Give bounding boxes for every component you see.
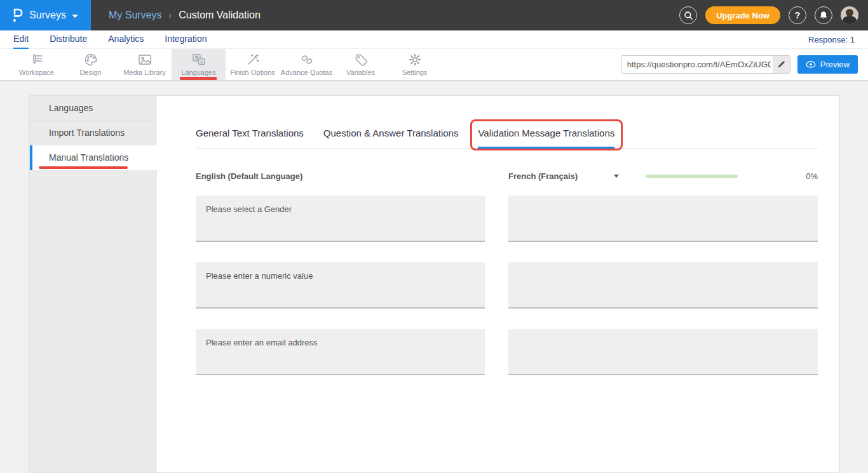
target-language-select[interactable]: French (Français): [508, 171, 578, 181]
media-library-icon: [137, 53, 153, 67]
breadcrumb-my-surveys[interactable]: My Surveys: [109, 10, 162, 21]
toolbar-item-design[interactable]: Design: [64, 49, 118, 80]
help-icon: ?: [795, 10, 801, 20]
language-columns-header: English (Default Language) French (Franç…: [196, 170, 818, 182]
manual-translations-content: General Text Translations Question & Ans…: [157, 96, 839, 472]
toolbar-right: Preview: [621, 49, 868, 80]
preview-button[interactable]: Preview: [797, 55, 858, 74]
toolbar-item-media-library[interactable]: Media Library: [118, 49, 172, 80]
top-bar: Surveys My Surveys › Custom Validation U…: [0, 0, 868, 30]
target-input-numeric[interactable]: [508, 262, 818, 309]
search-button[interactable]: [679, 6, 697, 24]
chevron-down-icon: [72, 15, 78, 18]
target-input-gender[interactable]: [508, 196, 818, 242]
survey-url-input[interactable]: [621, 55, 790, 74]
languages-sidebar: Languages Import Translations Manual Tra…: [30, 96, 157, 472]
translation-tabs: General Text Translations Question & Ans…: [196, 128, 818, 149]
upgrade-now-button[interactable]: Upgrade Now: [705, 6, 780, 24]
search-icon: [684, 11, 693, 20]
sidebar-item-import-translations[interactable]: Import Translations: [30, 121, 157, 145]
source-language-label: English (Default Language): [196, 171, 302, 181]
translation-row: Please select a Gender: [196, 196, 818, 242]
workspace-icon: [29, 53, 44, 67]
tab-question-answer-translations[interactable]: Question & Answer Translations: [323, 128, 459, 148]
advance-quotas-link-icon: [300, 53, 314, 67]
chevron-down-icon[interactable]: [614, 175, 619, 178]
source-text-numeric: Please enter a numeric value: [196, 262, 485, 309]
translation-progress-percent: 0%: [806, 171, 818, 181]
tab-integration[interactable]: Integration: [165, 30, 207, 49]
response-count[interactable]: Response: 1: [808, 35, 855, 44]
variables-tag-icon: [354, 53, 368, 67]
tab-distribute[interactable]: Distribute: [50, 30, 87, 49]
source-text-email: Please enter an email address: [196, 329, 485, 375]
edit-url-button[interactable]: [773, 56, 790, 73]
avatar[interactable]: [841, 6, 858, 24]
toolbar-item-workspace[interactable]: Workspace: [10, 49, 64, 80]
edit-toolbar: Workspace Design Media Library A: [0, 49, 868, 81]
toolbar-item-advance-quotas[interactable]: Advance Quotas: [280, 49, 334, 80]
tab-edit[interactable]: Edit: [13, 30, 29, 49]
notifications-button[interactable]: [815, 6, 832, 24]
annotation-underline-manual-translations: [39, 166, 128, 169]
toolbar-item-finish-options[interactable]: Finish Options: [226, 49, 280, 80]
svg-text:A: A: [200, 59, 203, 65]
topbar-actions: Upgrade Now ?: [679, 6, 868, 24]
eye-icon: [806, 61, 816, 68]
tab-general-text-translations[interactable]: General Text Translations: [196, 128, 304, 148]
translation-progress-bar: [646, 175, 738, 178]
toolbar-item-languages[interactable]: A Languages: [172, 49, 226, 80]
annotation-underline-languages: [180, 77, 217, 80]
toolbar-item-variables[interactable]: Variables: [334, 49, 388, 80]
tab-validation-message-translations[interactable]: Validation Message Translations: [478, 128, 614, 149]
bell-icon: [819, 11, 828, 20]
product-name: Surveys: [29, 10, 66, 21]
source-text-gender: Please select a Gender: [196, 196, 485, 242]
design-palette-icon: [84, 53, 98, 67]
page-background: Languages Import Translations Manual Tra…: [0, 81, 868, 472]
languages-icon: A: [191, 53, 207, 67]
settings-gear-icon: [408, 53, 422, 67]
questionpro-logo-icon: [13, 8, 24, 22]
help-button[interactable]: ?: [789, 6, 806, 24]
toolbar-item-settings[interactable]: Settings: [388, 49, 442, 80]
sidebar-item-languages[interactable]: Languages: [30, 96, 157, 121]
target-input-email[interactable]: [508, 329, 818, 375]
surveys-product-menu[interactable]: Surveys: [0, 0, 91, 30]
translation-row: Please enter an email address: [196, 329, 818, 375]
pencil-icon: [777, 60, 785, 69]
survey-section-nav: Edit Distribute Analytics Integration Re…: [0, 30, 868, 49]
breadcrumb-separator: ›: [169, 10, 172, 20]
sidebar-item-manual-translations[interactable]: Manual Translations: [30, 145, 157, 170]
languages-panel: Languages Import Translations Manual Tra…: [30, 96, 839, 472]
translation-row: Please enter a numeric value: [196, 262, 818, 309]
survey-url-wrap: [621, 55, 790, 74]
breadcrumb-current-survey: Custom Validation: [179, 10, 261, 21]
breadcrumb: My Surveys › Custom Validation: [109, 10, 261, 21]
tab-analytics[interactable]: Analytics: [108, 30, 144, 49]
finish-options-wand-icon: [246, 53, 260, 67]
